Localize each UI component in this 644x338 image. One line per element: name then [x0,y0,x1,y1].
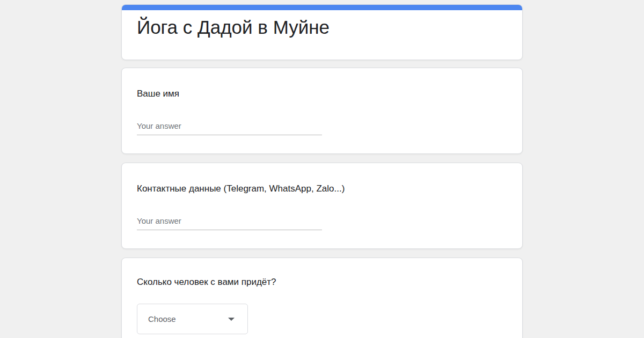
question-label-contact: Контактные данные (Telegram, WhatsApp, Z… [122,163,522,195]
question-card-contact: Контактные данные (Telegram, WhatsApp, Z… [121,163,523,249]
form-page: Йога с Дадой в Муйне Ваше имя Контактные… [121,0,523,338]
question-card-guests: Сколько человек с вами придёт? Choose [121,258,523,338]
form-title-card: Йога с Дадой в Муйне [121,4,523,60]
dropdown-selected-value: Choose [148,314,176,324]
name-input[interactable] [137,121,322,135]
question-label-name: Ваше имя [122,68,522,100]
contact-input[interactable] [137,216,322,230]
chevron-down-icon [228,318,235,321]
guests-count-dropdown[interactable]: Choose [137,304,248,334]
form-title: Йога с Дадой в Муйне [122,10,522,39]
question-label-guests: Сколько человек с вами придёт? [122,258,522,289]
question-card-name: Ваше имя [121,68,523,154]
form-accent-bar [121,4,523,10]
